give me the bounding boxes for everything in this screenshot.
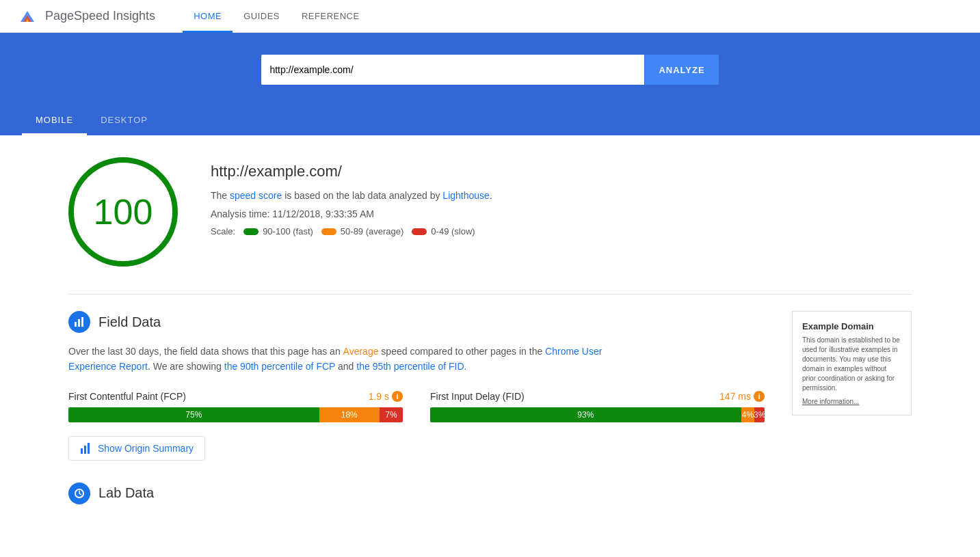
avg-span: Average xyxy=(343,346,379,357)
main-content: 100 http://example.com/ The speed score … xyxy=(0,135,980,537)
bar-chart-icon xyxy=(74,316,85,327)
url-input[interactable]: http://example.com/ xyxy=(261,55,644,85)
analysis-time: Analysis time: 11/12/2018, 9:33:35 AM xyxy=(211,208,492,219)
fcp-info-icon[interactable]: i xyxy=(392,391,403,402)
lab-data-title: Lab Data xyxy=(98,485,154,501)
score-description: The speed score is based on the lab data… xyxy=(211,189,492,203)
fcp-name: First Contentful Paint (FCP) xyxy=(68,391,186,402)
nav-guides[interactable]: GUIDES xyxy=(233,1,291,33)
field-data-description: Over the last 30 days, the field data sh… xyxy=(68,344,629,375)
fcp-value-text: 1.9 s xyxy=(369,391,389,402)
dot-red xyxy=(412,228,427,235)
divider xyxy=(68,294,912,295)
fcp-bar-green: 75% xyxy=(68,407,319,422)
svg-rect-4 xyxy=(81,448,83,454)
scale-average-label: 50-89 (average) xyxy=(341,226,404,236)
scale-slow-label: 0-49 (slow) xyxy=(431,226,475,236)
hero-section: http://example.com/ ANALYZE MOBILE DESKT… xyxy=(0,33,980,135)
pagespeed-logo xyxy=(16,5,38,27)
fid-bar: 93% 4% 3% xyxy=(430,407,765,422)
fcp-label-row: First Contentful Paint (FCP) 1.9 s i xyxy=(68,391,403,402)
lab-data-icon xyxy=(68,483,90,504)
fid-metric: First Input Delay (FID) 147 ms i 93% 4% … xyxy=(430,391,765,422)
nav-reference[interactable]: REFERENCE xyxy=(291,1,371,33)
scale-label: Scale: xyxy=(211,226,235,236)
metrics-row: First Contentful Paint (FCP) 1.9 s i 75%… xyxy=(68,391,765,422)
scale-average: 50-89 (average) xyxy=(321,226,404,236)
fid-value-text: 147 ms xyxy=(719,391,751,402)
svg-rect-3 xyxy=(81,317,83,327)
score-circle: 100 xyxy=(68,157,178,267)
fid-info-icon[interactable]: i xyxy=(754,391,765,402)
search-row: http://example.com/ ANALYZE xyxy=(0,55,980,107)
scale-slow: 0-49 (slow) xyxy=(412,226,475,236)
scale-fast: 90-100 (fast) xyxy=(243,226,313,236)
fcp-value: 1.9 s i xyxy=(369,391,403,402)
tab-mobile[interactable]: MOBILE xyxy=(22,107,87,135)
fid-bar-orange: 4% xyxy=(741,407,755,422)
scale-row: Scale: 90-100 (fast) 50-89 (average) 0-4… xyxy=(211,226,492,236)
fcp-bar: 75% 18% 7% xyxy=(68,407,403,422)
dot-orange xyxy=(321,228,336,235)
dot-green xyxy=(243,228,259,235)
preview-text: This domain is established to be used fo… xyxy=(802,336,901,393)
fcp-link[interactable]: the 90th percentile of FCP xyxy=(224,361,335,372)
nav-home[interactable]: HOME xyxy=(183,1,233,33)
analysis-time-label: Analysis time: xyxy=(211,208,269,219)
crux-full-link[interactable]: Chrome User Experience Report xyxy=(68,346,602,372)
field-data-header: Field Data xyxy=(68,311,765,333)
score-info: http://example.com/ The speed score is b… xyxy=(211,157,492,236)
desc-prefix: The xyxy=(211,190,230,201)
origin-summary-icon xyxy=(80,442,92,454)
fid-bar-green: 93% xyxy=(430,407,741,422)
svg-rect-6 xyxy=(88,443,90,454)
tab-desktop[interactable]: DESKTOP xyxy=(87,107,161,135)
field-data-title: Field Data xyxy=(98,314,161,330)
app-title: PageSpeed Insights xyxy=(45,9,155,23)
lab-data-header: Lab Data xyxy=(68,483,912,504)
desc-middle: is based on the lab data analyzed by xyxy=(282,190,442,201)
preview-title: Example Domain xyxy=(802,321,901,331)
analyze-button[interactable]: ANALYZE xyxy=(644,55,718,85)
field-data-icon xyxy=(68,311,90,333)
main-nav: HOME GUIDES REFERENCE xyxy=(183,0,371,32)
svg-rect-1 xyxy=(75,322,77,327)
lighthouse-link[interactable]: Lighthouse xyxy=(442,190,490,201)
fcp-bar-orange: 18% xyxy=(319,407,380,422)
field-data-main: Field Data Over the last 30 days, the fi… xyxy=(68,311,765,461)
fid-value: 147 ms i xyxy=(719,391,765,402)
svg-rect-2 xyxy=(78,319,80,327)
preview-card: Example Domain This domain is establishe… xyxy=(792,311,912,461)
logo-area: PageSpeed Insights xyxy=(16,5,155,27)
svg-rect-5 xyxy=(84,446,86,454)
fid-link[interactable]: the 95th percentile of FID xyxy=(356,361,464,372)
timer-icon xyxy=(74,488,85,499)
fcp-metric: First Contentful Paint (FCP) 1.9 s i 75%… xyxy=(68,391,403,422)
speed-score-link[interactable]: speed score xyxy=(230,190,282,201)
fid-bar-red: 3% xyxy=(754,407,765,422)
score-url: http://example.com/ xyxy=(211,163,492,180)
analysis-time-value: 11/12/2018, 9:33:35 AM xyxy=(272,208,374,219)
fcp-bar-red: 7% xyxy=(380,407,403,422)
origin-btn-label: Show Origin Summary xyxy=(98,443,194,454)
desc-suffix: . xyxy=(490,190,492,201)
lab-data-section: Lab Data xyxy=(68,483,912,504)
fid-label-row: First Input Delay (FID) 147 ms i xyxy=(430,391,765,402)
preview-link[interactable]: More information... xyxy=(802,398,859,405)
svg-line-9 xyxy=(79,493,81,495)
score-section: 100 http://example.com/ The speed score … xyxy=(68,157,912,267)
scale-fast-label: 90-100 (fast) xyxy=(263,226,313,236)
fid-name: First Input Delay (FID) xyxy=(430,391,525,402)
field-data-area: Field Data Over the last 30 days, the fi… xyxy=(68,311,912,461)
show-origin-summary-button[interactable]: Show Origin Summary xyxy=(68,436,205,461)
header: PageSpeed Insights HOME GUIDES REFERENCE xyxy=(0,0,980,33)
device-tabs: MOBILE DESKTOP xyxy=(0,107,980,135)
score-number: 100 xyxy=(94,191,153,232)
